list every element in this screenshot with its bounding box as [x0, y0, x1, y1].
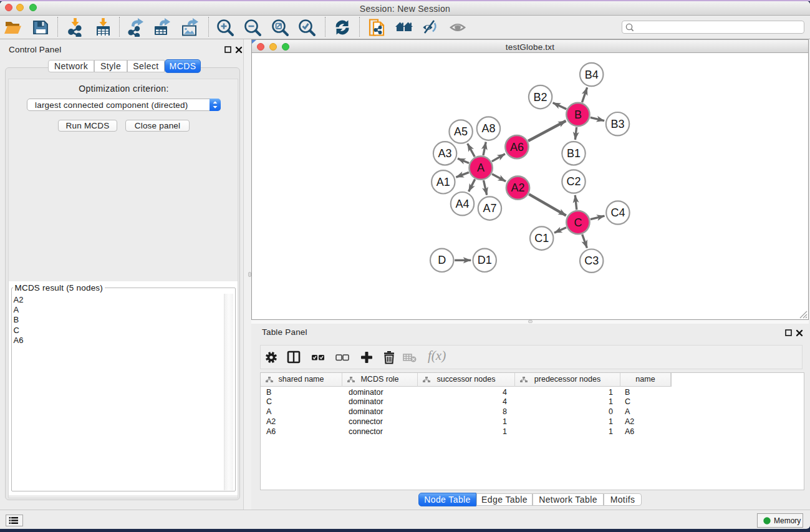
svg-text:C4: C4 — [610, 206, 625, 219]
svg-text:A2: A2 — [511, 181, 524, 194]
svg-text:A6: A6 — [510, 141, 524, 153]
svg-text:A3: A3 — [438, 147, 452, 160]
svg-text:D: D — [438, 254, 446, 266]
svg-text:A: A — [477, 162, 485, 174]
svg-text:A1: A1 — [436, 176, 450, 188]
svg-text:C1: C1 — [534, 232, 549, 244]
svg-text:B: B — [574, 109, 582, 121]
svg-text:A7: A7 — [483, 202, 496, 215]
svg-text:D1: D1 — [478, 254, 492, 266]
svg-text:B1: B1 — [567, 147, 581, 160]
svg-text:A8: A8 — [481, 122, 495, 135]
svg-text:A5: A5 — [454, 125, 468, 138]
svg-text:C2: C2 — [566, 175, 581, 188]
svg-text:C3: C3 — [584, 254, 599, 267]
svg-text:C: C — [574, 216, 582, 229]
svg-text:B2: B2 — [534, 91, 547, 104]
svg-text:A4: A4 — [455, 198, 469, 210]
svg-text:B3: B3 — [610, 118, 624, 130]
svg-text:B4: B4 — [585, 69, 599, 81]
